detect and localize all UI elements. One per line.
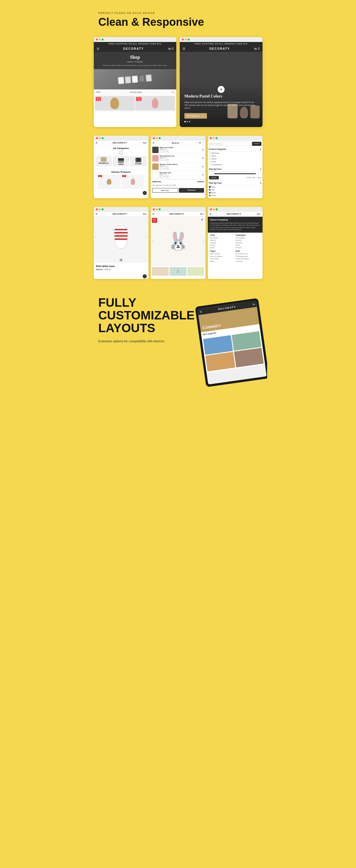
filter-label[interactable]: Filter [96, 91, 101, 93]
link-terms[interactable]: Terms & Conditions [210, 255, 235, 258]
filter-color-black[interactable]: Black 7 [209, 185, 261, 188]
qty-minus-1[interactable]: − [160, 150, 162, 153]
dot-3[interactable] [189, 121, 190, 122]
filter-color-green[interactable]: Green 3 [209, 194, 261, 197]
thumb-1[interactable] [152, 267, 169, 276]
share-icon[interactable]: ⊕ [199, 142, 201, 144]
cart-3[interactable]: 🛍 0 [143, 142, 147, 144]
link-b2b-support[interactable]: ✉ b2b email Support [236, 257, 260, 260]
qty-plus-3[interactable]: + [166, 167, 169, 170]
cart-delete-1[interactable]: 🗑 [202, 148, 204, 151]
qty-minus-4[interactable]: − [160, 175, 162, 178]
price-toggle[interactable]: ∧ [260, 168, 261, 170]
cat-fabric[interactable]: FABRIC [113, 156, 129, 166]
link-home-objects[interactable]: Home Objects [236, 237, 260, 239]
tablet-cart[interactable]: 🛍 [253, 303, 255, 306]
sort-label[interactable]: Sort by latest [130, 91, 142, 93]
cat-batchroom[interactable]: BATCHROO M [95, 156, 112, 166]
checkbox-batchroom[interactable] [209, 152, 211, 154]
filter-cat-kitchen[interactable]: Kitchen + [209, 157, 261, 160]
link-contact[interactable]: ✉ Contact [236, 260, 260, 263]
link-order-tracking[interactable]: Order Tracking [210, 253, 235, 255]
filter-cat-fabric[interactable]: Fabric + [209, 155, 261, 157]
kitchec-nav-right[interactable]: › [146, 180, 146, 183]
checkbox-shush[interactable] [209, 161, 211, 163]
link-buyer[interactable]: Buyer Guide [210, 237, 235, 239]
product-cats-toggle[interactable]: ∧ [260, 148, 261, 151]
cart-8[interactable]: 🛍 0 [257, 213, 261, 215]
scroll-to-top-2[interactable]: ↑ [143, 274, 147, 278]
more-icon[interactable]: ⋯ [202, 142, 204, 144]
expand-icon[interactable]: ⊕ [200, 218, 204, 222]
view-cart-btn[interactable]: View Cart [152, 188, 178, 193]
link-brands[interactable]: Brands [210, 247, 235, 249]
dot-2[interactable] [187, 121, 188, 122]
checkout-btn[interactable]: Checkout [179, 188, 204, 193]
link-b2b-sales[interactable]: b2b Sales [236, 242, 260, 244]
nav-right-vase[interactable]: › [146, 235, 147, 239]
checkbox-fabric[interactable] [209, 155, 211, 157]
color-toggle[interactable]: ∧ [260, 182, 261, 184]
cart-delete-2[interactable]: 🗑 [202, 157, 204, 159]
link-fullsize[interactable]: Fullsize [210, 260, 235, 263]
scroll-to-top[interactable]: ↑ [143, 191, 147, 195]
filter-cat-shush[interactable]: Shush + [209, 160, 261, 163]
link-ceramics[interactable]: Ceramics [236, 239, 260, 242]
filter-cat-uncategorized[interactable]: Uncategorized + [209, 163, 261, 166]
link-facebook[interactable]: 💬 Facebook Chat [236, 253, 260, 255]
link-careers[interactable]: Careers [210, 244, 235, 247]
search-input[interactable]: Search products... [209, 142, 252, 146]
filter-color-blue[interactable]: Blue 4 [209, 188, 261, 191]
qty-minus-3[interactable]: − [160, 167, 162, 170]
cart-delete-4[interactable]: 🗑 [202, 174, 204, 176]
tablet-cat-3[interactable] [206, 352, 235, 372]
hamburger-8[interactable]: ☰ [210, 213, 211, 215]
link-outlet[interactable]: Outlet [236, 244, 260, 247]
cart-6[interactable]: 🛍 0 [143, 213, 147, 215]
tablet-hamburger[interactable]: ☰ [200, 310, 202, 313]
filter-apply-btn[interactable]: FILTER [209, 176, 219, 179]
link-company[interactable]: Company [210, 242, 235, 244]
cat-kitchen[interactable]: KITCHEN [130, 156, 147, 166]
hamburger-7[interactable]: ☰ [152, 213, 154, 215]
checkbox-uncategorized[interactable] [209, 164, 211, 165]
hamburger-icon-2[interactable]: ☰ [183, 47, 185, 50]
kitchec-item-2[interactable]: SALE [122, 175, 145, 189]
tablet-cat-1[interactable] [203, 335, 233, 355]
link-whatsapp[interactable]: 💬 Whatsapp Help [236, 255, 260, 258]
tablet-cat-2[interactable] [232, 331, 261, 351]
hamburger-6[interactable]: ☰ [95, 213, 97, 215]
heart-icon[interactable]: ♡ [197, 142, 198, 144]
cart-7[interactable]: 🛍 0 [200, 213, 204, 215]
qty-plus-4[interactable]: + [166, 175, 169, 178]
link-the-sale[interactable]: The Sale [236, 247, 260, 249]
kitchec-nav-left[interactable]: ‹ [95, 180, 96, 183]
filter-cat-batchroom[interactable]: Batchroom + [209, 152, 261, 155]
nav-right-rabbit[interactable]: › [203, 239, 204, 243]
thumb-3[interactable] [187, 267, 204, 276]
cart-delete-3[interactable]: 🗑 [202, 165, 204, 168]
nav-left-rabbit[interactable]: ‹ [152, 239, 153, 243]
dot-1[interactable] [184, 121, 186, 122]
products-button[interactable]: Products → [184, 113, 207, 119]
close-x-icon[interactable]: ✕ [152, 142, 154, 144]
product-thumb-1[interactable]: SALE-17% [95, 96, 135, 111]
search-button[interactable]: Search [252, 142, 261, 146]
nav-left-vase[interactable]: ‹ [95, 235, 96, 239]
link-privacy[interactable]: Privacy Policy [210, 257, 235, 260]
zoom-icon[interactable]: ⊕ [119, 258, 123, 262]
filter-color-brown[interactable]: Brown 6 [209, 191, 261, 194]
checkbox-kitchen[interactable] [209, 158, 211, 160]
qty-minus-2[interactable]: − [160, 159, 162, 161]
qty-plus-2[interactable]: + [166, 159, 169, 161]
cart-icon-left[interactable]: 🛍 0 [168, 47, 173, 50]
hamburger-3[interactable]: ☰ [95, 142, 97, 144]
search-icon[interactable]: 🔍 [171, 91, 174, 93]
kitchec-item-1[interactable]: SALE [97, 175, 121, 189]
link-about[interactable]: About Us [210, 239, 235, 242]
hamburger-icon[interactable]: ☰ [97, 47, 99, 50]
plus-button[interactable]: + [218, 86, 225, 93]
qty-plus-1[interactable]: + [166, 150, 169, 153]
cart-icon-right[interactable]: 🛍 0 [254, 47, 259, 50]
add-cat-icon[interactable]: + [119, 151, 123, 155]
